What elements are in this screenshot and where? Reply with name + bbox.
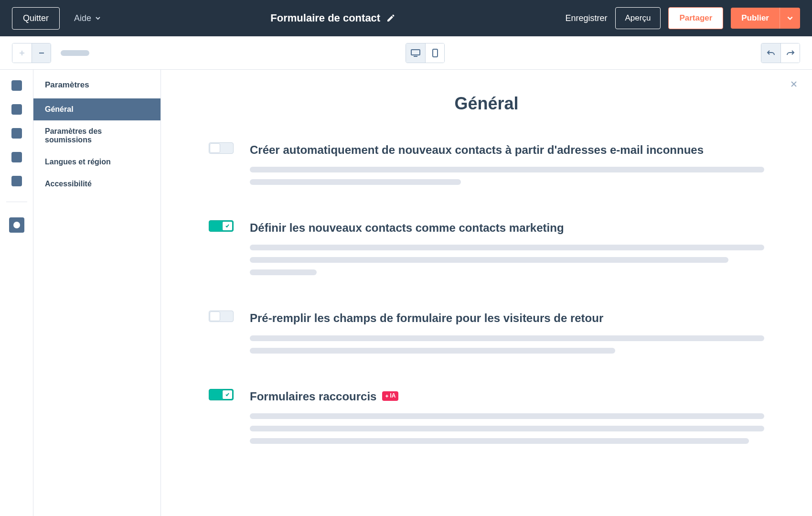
- setting-title-text: Pré-remplir les champs de formulaire pou…: [250, 311, 603, 325]
- share-button[interactable]: Partager: [668, 7, 723, 29]
- rail-item-4[interactable]: [11, 152, 22, 162]
- svg-rect-0: [411, 50, 420, 55]
- toggle-switch[interactable]: [209, 142, 234, 154]
- toggle-knob: [210, 312, 220, 321]
- sidebar-item-accessibility[interactable]: Accessibilité: [33, 173, 160, 195]
- publish-button-group: Publier: [731, 8, 800, 29]
- mobile-icon: [432, 48, 438, 58]
- zoom-group: [12, 43, 51, 63]
- zoom-out-button[interactable]: [32, 43, 51, 63]
- form-title: Formulaire de contact: [270, 12, 380, 24]
- quit-button[interactable]: Quitter: [12, 7, 60, 30]
- save-link[interactable]: Enregistrer: [565, 13, 607, 23]
- left-rail: [0, 70, 33, 516]
- sidebar-header: Paramètres: [33, 70, 160, 98]
- sidebar-item-language[interactable]: Langues et région: [33, 151, 160, 173]
- check-icon: [225, 224, 230, 228]
- setting-body: Créer automatiquement de nouveaux contac…: [250, 142, 764, 192]
- toggle-knob: [222, 390, 233, 399]
- description-placeholder: [250, 348, 615, 354]
- setting-body: Formulaires raccourcisIA: [250, 389, 764, 451]
- publish-caret-button[interactable]: [780, 8, 800, 29]
- setting-row: Formulaires raccourcisIA: [209, 389, 764, 451]
- publish-button[interactable]: Publier: [731, 8, 780, 29]
- rail-item-3[interactable]: [11, 128, 22, 139]
- setting-row: Créer automatiquement de nouveaux contac…: [209, 142, 764, 192]
- device-toggle: [406, 43, 445, 63]
- description-placeholder: [250, 269, 317, 275]
- description-placeholder: [250, 413, 764, 419]
- body: Paramètres Général Paramètres des soumis…: [0, 70, 812, 516]
- undo-redo-group: [761, 43, 800, 63]
- description-placeholder: [250, 335, 764, 341]
- description-placeholder: [250, 179, 461, 185]
- zoom-label-placeholder: [61, 50, 89, 56]
- description-placeholder: [250, 167, 764, 172]
- desktop-view-button[interactable]: [406, 43, 425, 63]
- description-placeholder: [250, 257, 728, 263]
- toggle-switch[interactable]: [209, 389, 234, 400]
- setting-title: Créer automatiquement de nouveaux contac…: [250, 142, 764, 157]
- toolbar-right: [761, 43, 800, 63]
- close-icon: [790, 80, 798, 88]
- settings-sidebar: Paramètres Général Paramètres des soumis…: [33, 70, 161, 516]
- description-placeholder: [250, 426, 764, 431]
- setting-row: Pré-remplir les champs de formulaire pou…: [209, 311, 764, 360]
- check-icon: [225, 392, 230, 397]
- redo-icon: [786, 49, 795, 57]
- preview-button[interactable]: Aperçu: [615, 7, 661, 29]
- rail-item-2[interactable]: [11, 104, 22, 115]
- toolbar: [0, 36, 812, 70]
- toggle-knob: [210, 143, 220, 153]
- chevron-down-icon: [787, 15, 793, 22]
- toggle-switch[interactable]: [209, 220, 234, 232]
- rail-item-5[interactable]: [11, 176, 22, 186]
- redo-button[interactable]: [780, 43, 800, 63]
- undo-icon: [767, 49, 775, 57]
- toolbar-center: [406, 43, 445, 63]
- sparkle-icon: [385, 394, 389, 398]
- page-title: Général: [209, 94, 764, 114]
- circle-icon: [13, 222, 20, 228]
- setting-title-text: Formulaires raccourcis: [250, 389, 376, 404]
- pencil-icon[interactable]: [386, 13, 395, 23]
- setting-title: Formulaires raccourcisIA: [250, 389, 764, 404]
- help-menu[interactable]: Aide: [74, 13, 101, 23]
- setting-title-text: Définir les nouveaux contacts comme cont…: [250, 220, 564, 235]
- close-button[interactable]: [790, 80, 798, 88]
- ai-badge: IA: [382, 391, 398, 401]
- sidebar-item-general[interactable]: Général: [33, 98, 160, 120]
- header-left: Quitter Aide: [12, 7, 101, 30]
- setting-title-text: Créer automatiquement de nouveaux contac…: [250, 142, 704, 157]
- setting-row: Définir les nouveaux contacts comme cont…: [209, 220, 764, 282]
- minus-icon: [38, 49, 45, 57]
- setting-body: Pré-remplir les champs de formulaire pou…: [250, 311, 764, 360]
- svg-rect-1: [433, 49, 438, 57]
- rail-item-1[interactable]: [11, 80, 22, 91]
- desktop-icon: [410, 49, 421, 57]
- mobile-view-button[interactable]: [425, 43, 444, 63]
- setting-title: Définir les nouveaux contacts comme cont…: [250, 220, 764, 235]
- rail-divider: [6, 202, 27, 202]
- zoom-in-button[interactable]: [12, 43, 32, 63]
- header-right: Enregistrer Aperçu Partager Publier: [565, 7, 800, 29]
- header-title-group: Formulaire de contact: [270, 12, 395, 24]
- help-label: Aide: [74, 13, 91, 23]
- description-placeholder: [250, 245, 764, 250]
- plus-icon: [18, 49, 26, 57]
- setting-body: Définir les nouveaux contacts comme cont…: [250, 220, 764, 282]
- setting-title: Pré-remplir les champs de formulaire pou…: [250, 311, 764, 325]
- description-placeholder: [250, 438, 749, 444]
- toolbar-left: [12, 43, 89, 63]
- main-panel: Général Créer automatiquement de nouveau…: [161, 70, 812, 516]
- app-header: Quitter Aide Formulaire de contact Enreg…: [0, 0, 812, 36]
- undo-button[interactable]: [761, 43, 780, 63]
- rail-item-settings[interactable]: [9, 217, 24, 233]
- chevron-down-icon: [95, 15, 101, 21]
- sidebar-item-submissions[interactable]: Paramètres des soumissions: [33, 120, 160, 151]
- toggle-knob: [222, 221, 233, 231]
- toggle-switch[interactable]: [209, 311, 234, 322]
